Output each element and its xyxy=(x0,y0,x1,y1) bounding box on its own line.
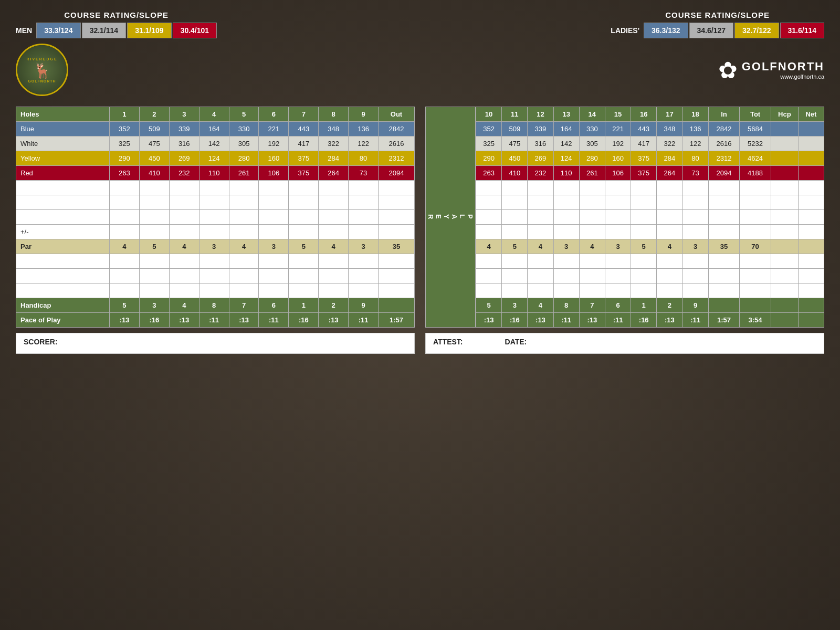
attest-label: ATTEST: xyxy=(433,338,463,349)
deer-icon: 🦌 xyxy=(33,62,51,79)
back9-scorecard: PLAYER 10 11 12 13 14 15 16 17 18 In xyxy=(425,107,824,328)
ladies-white-rating: 34.6/127 xyxy=(689,23,734,38)
hole-9: 9 xyxy=(349,107,379,122)
ladies-rating-title: COURSE RATING/SLOPE xyxy=(665,10,770,19)
hole-1: 1 xyxy=(110,107,140,122)
ladies-red-rating: 31.6/114 xyxy=(780,23,825,38)
mens-rating-title: COURSE RATING/SLOPE xyxy=(64,10,169,19)
white-row: White 325 475 316 142 305 192 417 322 12… xyxy=(16,136,415,151)
yellow-row: Yellow 290 450 269 124 280 160 375 284 8… xyxy=(16,151,415,166)
back9-input-row-3 xyxy=(476,210,824,225)
back9-white-row: 325 475 316 142 305 192 417 322 122 2616… xyxy=(476,136,824,151)
blue-row: Blue 352 509 339 164 330 221 443 348 136… xyxy=(16,122,415,136)
back9-score-row-1 xyxy=(476,254,824,269)
player-input-row-2 xyxy=(16,195,415,210)
holes-row: Holes 1 2 3 4 5 6 7 8 9 Out xyxy=(16,107,415,122)
score-row-3 xyxy=(16,284,415,298)
golfnorth-url: www.golfnorth.ca xyxy=(742,74,824,80)
mens-yellow-rating: 31.1/109 xyxy=(127,23,172,38)
front9-scorecard: Holes 1 2 3 4 5 6 7 8 9 Out Blue 352 509 xyxy=(16,107,415,328)
hole-6: 6 xyxy=(259,107,289,122)
club-logo: RIVEREDGE 🦌 GOLFNORTH xyxy=(16,44,68,96)
back9-score-row-2 xyxy=(476,269,824,284)
pace-row: Pace of Play :13 :16 :13 :11 :13 :11 :16… xyxy=(16,313,415,328)
player-input-row-3 xyxy=(16,210,415,225)
hole-2: 2 xyxy=(139,107,169,122)
scorer-label: SCORER: xyxy=(24,338,58,346)
back9-score-row-3 xyxy=(476,284,824,298)
hole-4: 4 xyxy=(199,107,229,122)
mens-blue-rating: 33.3/124 xyxy=(36,23,81,38)
scorer-box: SCORER: xyxy=(16,333,415,354)
white-label: White xyxy=(16,136,110,151)
blue-label: Blue xyxy=(16,122,110,136)
golfnorth-name: GOLFNORTH xyxy=(742,60,824,74)
front9-table: Holes 1 2 3 4 5 6 7 8 9 Out Blue 352 509 xyxy=(16,107,415,328)
attest-box: ATTEST: DATE: xyxy=(425,333,824,354)
ladies-ratings-block: COURSE RATING/SLOPE LADIES' 36.3/132 34.… xyxy=(611,10,824,38)
pace-label: Pace of Play xyxy=(16,313,110,328)
back9-pace-row: :13 :16 :13 :11 :13 :11 :16 :13 :11 1:57… xyxy=(476,313,824,328)
back9-table: 10 11 12 13 14 15 16 17 18 In Tot Hcp Ne… xyxy=(476,107,824,328)
mens-white-rating: 32.1/114 xyxy=(82,23,127,38)
back9-input-row-2 xyxy=(476,195,824,210)
page-wrapper: COURSE RATING/SLOPE MEN 33.3/124 32.1/11… xyxy=(0,0,840,630)
holes-label: Holes xyxy=(16,107,110,122)
mens-red-rating: 30.4/101 xyxy=(173,23,217,38)
yellow-label: Yellow xyxy=(16,151,110,166)
back9-table-wrapper: PLAYER 10 11 12 13 14 15 16 17 18 In xyxy=(425,107,824,328)
ladies-yellow-rating: 32.7/122 xyxy=(734,23,779,38)
mens-ratings-block: COURSE RATING/SLOPE MEN 33.3/124 32.1/11… xyxy=(16,10,217,38)
handicap-label: Handicap xyxy=(16,298,110,313)
red-label: Red xyxy=(16,166,110,181)
back9-blue-row: 352 509 339 164 330 221 443 348 136 2842… xyxy=(476,122,824,136)
ladies-blue-rating: 36.3/132 xyxy=(644,23,688,38)
score-row-1 xyxy=(16,254,415,269)
golfnorth-logo: ✿ GOLFNORTH www.golfnorth.ca xyxy=(718,57,824,83)
handicap-row: Handicap 5 3 4 8 7 6 1 2 9 xyxy=(16,298,415,313)
hole-8: 8 xyxy=(319,107,349,122)
mens-label: MEN xyxy=(16,26,32,35)
hole-out: Out xyxy=(379,107,415,122)
ladies-label: LADIES' xyxy=(611,26,639,35)
back9-red-row: 263 410 232 110 261 106 375 264 73 2094 … xyxy=(476,166,824,181)
hole-7: 7 xyxy=(289,107,319,122)
player-input-row-1 xyxy=(16,181,415,195)
scorecards-wrapper: Holes 1 2 3 4 5 6 7 8 9 Out Blue 352 509 xyxy=(16,107,824,328)
score-row-2 xyxy=(16,269,415,284)
adjust-row: +/- xyxy=(16,225,415,239)
back9-handicap-row: 5 3 4 8 7 6 1 2 9 xyxy=(476,298,824,313)
ladies-ratings-row: LADIES' 36.3/132 34.6/127 32.7/122 31.6/… xyxy=(611,23,824,38)
hole-3: 3 xyxy=(169,107,199,122)
mens-ratings-row: MEN 33.3/124 32.1/114 31.1/109 30.4/101 xyxy=(16,23,217,38)
footer-row: SCORER: ATTEST: DATE: xyxy=(16,333,824,354)
hole-5: 5 xyxy=(229,107,259,122)
back9-par-row: 4 5 4 3 4 3 5 4 3 35 70 xyxy=(476,239,824,254)
back9-holes-row: 10 11 12 13 14 15 16 17 18 In Tot Hcp Ne… xyxy=(476,107,824,122)
back9-input-row-1 xyxy=(476,181,824,195)
par-label: Par xyxy=(16,239,110,254)
ratings-section: COURSE RATING/SLOPE MEN 33.3/124 32.1/11… xyxy=(16,10,824,38)
date-label: DATE: xyxy=(505,338,527,349)
par-row: Par 4 5 4 3 4 3 5 4 3 35 xyxy=(16,239,415,254)
back9-adjust-row xyxy=(476,225,824,239)
sunflower-icon: ✿ xyxy=(718,57,738,83)
player-vertical-label: PLAYER xyxy=(426,107,475,327)
red-row: Red 263 410 232 110 261 106 375 264 73 2… xyxy=(16,166,415,181)
logos-row: RIVEREDGE 🦌 GOLFNORTH ✿ GOLFNORTH www.go… xyxy=(16,44,824,96)
back9-yellow-row: 290 450 269 124 280 160 375 284 80 2312 … xyxy=(476,151,824,166)
adjust-label: +/- xyxy=(16,225,110,239)
